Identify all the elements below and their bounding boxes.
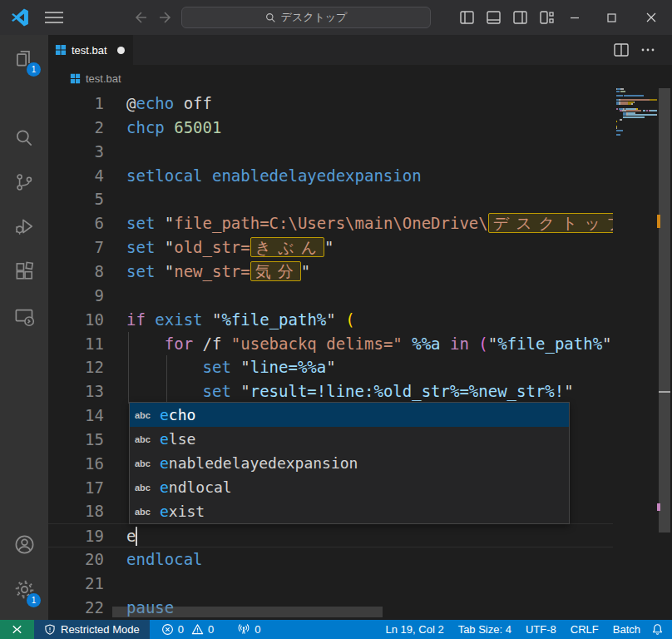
line-number: 17 — [48, 476, 104, 500]
problems-indicator[interactable]: 0 0 — [155, 620, 220, 639]
back-arrow-icon[interactable] — [131, 9, 148, 26]
forward-arrow-icon[interactable] — [158, 9, 175, 26]
sidebar-item-search[interactable] — [0, 118, 48, 158]
maximize-icon[interactable] — [593, 0, 630, 35]
code-text: set "old_str=きぶん" — [126, 235, 334, 260]
breadcrumb[interactable]: test.bat — [48, 65, 672, 92]
code-text: chcp 65001 — [126, 116, 221, 140]
toggle-panel-icon[interactable] — [487, 11, 501, 24]
sidebar-item-remote-explorer[interactable] — [0, 296, 48, 336]
line-number: 7 — [48, 235, 104, 260]
remote-icon — [11, 623, 23, 636]
split-editor-icon[interactable] — [614, 43, 629, 57]
suggestion-label: enabledelayedexpansion — [160, 451, 358, 475]
restricted-mode-label: Restricted Mode — [61, 623, 140, 636]
code-line[interactable]: 9 — [48, 284, 613, 308]
ports-indicator[interactable]: 0 — [230, 620, 267, 639]
line-number: 2 — [48, 116, 104, 140]
customize-layout-icon[interactable] — [540, 11, 554, 24]
overview-cursor-color-mark — [657, 503, 660, 511]
unicode-highlight-box: きぶん — [250, 237, 324, 257]
line-number: 10 — [48, 308, 104, 332]
code-text: for /f "usebackq delims=" %%a in ("%file… — [126, 332, 613, 356]
sidebar-item-source-control[interactable] — [0, 162, 48, 202]
unicode-highlight-box: デスクトップ — [488, 213, 613, 233]
code-line[interactable]: 7set "old_str=きぶん" — [48, 235, 613, 260]
line-number: 21 — [48, 572, 104, 596]
code-line[interactable]: 5 — [48, 187, 613, 211]
settings-button[interactable]: 1 — [0, 569, 48, 609]
code-line[interactable]: 11 for /f "usebackq delims=" %%a in ("%f… — [48, 332, 613, 356]
suggestion-item-else[interactable]: abcelse — [130, 427, 569, 451]
code-line[interactable]: 3 — [48, 140, 613, 164]
code-line[interactable]: 12 set "line=%%a" — [48, 355, 613, 379]
menu-icon[interactable] — [45, 11, 63, 24]
code-line[interactable]: 8set "new_str=気分" — [48, 260, 613, 284]
command-center-search[interactable]: デスクトップ — [181, 7, 431, 28]
line-number: 15 — [48, 428, 104, 452]
vertical-scrollbar[interactable] — [657, 83, 672, 620]
remote-indicator[interactable] — [0, 620, 34, 639]
minimap-line — [616, 134, 657, 136]
modified-dot-icon[interactable] — [117, 47, 125, 54]
toggle-sidebar-icon[interactable] — [460, 11, 474, 24]
sidebar-item-extensions[interactable] — [0, 250, 48, 290]
code-line[interactable]: 10if exist "%file_path%" ( — [48, 308, 613, 332]
horizontal-scrollbar[interactable] — [112, 607, 383, 617]
suggestion-label: endlocal — [160, 475, 232, 499]
toggle-secondary-sidebar-icon[interactable] — [513, 11, 527, 24]
language-mode[interactable]: Batch — [610, 623, 644, 636]
close-icon[interactable] — [632, 0, 670, 35]
suggestion-item-echo[interactable]: abcecho — [130, 403, 569, 427]
suggestion-item-exist[interactable]: abcexist — [130, 499, 569, 523]
notifications-bell-icon[interactable] — [651, 623, 664, 636]
source-control-icon — [13, 171, 35, 193]
cursor-position[interactable]: Ln 19, Col 2 — [383, 623, 447, 636]
minimap[interactable] — [613, 83, 657, 620]
code-line[interactable]: 2chcp 65001 — [48, 116, 613, 140]
eol-sequence[interactable]: CRLF — [567, 623, 602, 636]
code-line[interactable]: 1@echo off — [48, 92, 613, 116]
code-text: endlocal — [126, 547, 203, 572]
shield-icon — [44, 624, 56, 636]
code-text: set "new_str=気分" — [126, 260, 310, 284]
unicode-highlight-box: 気分 — [250, 261, 301, 281]
title-bar: デスクトップ — [0, 0, 672, 35]
tab-test-bat[interactable]: test.bat — [48, 35, 133, 65]
suggestion-label: exist — [160, 499, 205, 523]
minimap-line — [616, 130, 657, 131]
code-line[interactable]: 4setlocal enabledelayedexpansion — [48, 164, 613, 188]
explorer-badge: 1 — [27, 62, 41, 77]
warning-count: 0 — [208, 623, 214, 636]
overview-cursor-mark — [659, 391, 670, 393]
sidebar-item-explorer[interactable]: 1 — [0, 38, 48, 78]
sidebar-item-run-debug[interactable] — [0, 206, 48, 246]
line-number: 22 — [48, 596, 104, 620]
abc-keyword-icon: abc — [135, 483, 160, 493]
code-editor[interactable]: 1@echo off2chcp 6500134setlocal enablede… — [48, 92, 613, 620]
suggestion-item-endlocal[interactable]: abcendlocal — [130, 475, 569, 499]
tab-size[interactable]: Tab Size: 4 — [455, 623, 515, 636]
accounts-button[interactable] — [0, 524, 48, 564]
extensions-icon — [13, 260, 35, 281]
code-line[interactable]: 6set "file_path=C:\Users\main\OneDrive\デ… — [48, 211, 613, 235]
suggestion-item-enabledelayedexpansion[interactable]: abcenabledelayedexpansion — [130, 451, 569, 475]
scrollbar-slider[interactable] — [659, 88, 670, 532]
search-icon — [13, 127, 35, 149]
minimap-line — [616, 121, 657, 122]
encoding[interactable]: UTF-8 — [522, 623, 560, 636]
code-line[interactable]: 20endlocal — [48, 547, 613, 572]
code-line[interactable]: 21 — [48, 572, 613, 596]
line-number: 5 — [48, 187, 104, 211]
code-line[interactable]: 13 set "result=!line:%old_str%=%new_str%… — [48, 379, 613, 404]
code-text: set "file_path=C:\Users\main\OneDrive\デス… — [126, 211, 613, 235]
restricted-mode-badge[interactable]: Restricted Mode — [34, 620, 150, 639]
abc-keyword-icon: abc — [135, 410, 160, 420]
error-count: 0 — [178, 623, 184, 636]
search-icon — [265, 12, 276, 23]
code-line[interactable]: 19e — [48, 523, 613, 547]
more-actions-icon[interactable] — [640, 43, 655, 57]
remote-explorer-icon — [13, 305, 36, 328]
line-number: 18 — [48, 499, 104, 523]
minimize-icon[interactable] — [556, 0, 593, 35]
